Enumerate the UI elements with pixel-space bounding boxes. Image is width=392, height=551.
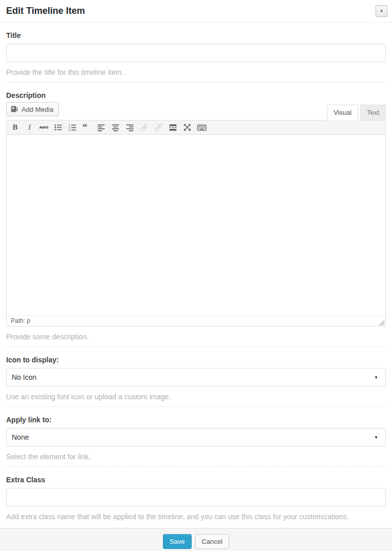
bullet-list-icon[interactable] [51,121,65,133]
description-label: Description [6,91,386,99]
description-help: Provide some description. [6,333,386,341]
more-tag-icon[interactable] [166,121,180,133]
icon-help: Use an existing font icon or upload a cu… [6,393,386,401]
add-media-button[interactable]: Add Media [6,102,59,116]
extra-class-help: Add extra class name that will be applie… [6,513,386,521]
save-button[interactable]: Save [163,534,192,549]
editor-toolbar: BIABC123“ [7,120,385,135]
title-input[interactable] [6,44,386,62]
editor: BIABC123“ Path: p [6,120,386,326]
title-label: Title [6,31,386,39]
extra-class-input[interactable] [6,488,386,506]
edit-timeline-item-modal: Edit Timeline Item × Title Provide the t… [0,0,392,551]
link-select[interactable]: None ▼ [6,428,386,446]
tab-visual[interactable]: Visual [327,105,358,120]
svg-text:“: “ [82,123,87,132]
editor-path: Path: p [11,317,30,324]
toolbar-toggle-icon[interactable] [195,121,209,133]
title-help: Provide the title for this timeline item… [6,68,386,76]
numbered-list-icon[interactable]: 123 [66,121,79,133]
close-icon[interactable]: × [376,5,387,17]
modal-body: Title Provide the title for this timelin… [0,23,392,528]
editor-media-bar: Add Media Visual Text [6,102,386,120]
link-icon[interactable] [137,121,151,133]
align-right-icon[interactable] [123,121,137,133]
add-media-icon [11,105,19,113]
link-select-value: None [12,433,29,441]
resize-handle-icon[interactable] [378,319,385,325]
link-help: Select the element for link. [6,453,386,461]
link-section: Apply link to: None ▼ Select the element… [6,407,386,467]
cancel-button[interactable]: Cancel [195,534,229,549]
modal-header: Edit Timeline Item × [0,0,392,23]
strikethrough-icon[interactable]: ABC [37,121,51,133]
extra-class-label: Extra Class [6,476,386,484]
icon-label: Icon to display: [6,356,386,364]
align-center-icon[interactable] [109,121,122,133]
description-section: Description Add Media Visual Text BIABC1… [6,83,386,347]
modal-footer: Save Cancel [0,528,392,551]
editor-statusbar: Path: p [7,315,385,326]
extra-class-section: Extra Class Add extra class name that wi… [6,467,386,528]
chevron-down-icon: ▼ [374,369,378,387]
align-left-icon[interactable] [94,121,108,133]
editor-content-area[interactable] [7,135,385,315]
add-media-label: Add Media [22,106,53,113]
bold-icon[interactable]: B [8,121,22,133]
svg-text:3: 3 [69,129,70,132]
unlink-icon[interactable] [152,121,166,133]
icon-select[interactable]: No Icon ▼ [6,368,386,386]
tab-text[interactable]: Text [360,105,386,120]
italic-icon[interactable]: I [23,121,36,133]
modal-title: Edit Timeline Item [6,6,85,16]
icon-select-value: No Icon [12,373,36,381]
link-label: Apply link to: [6,416,386,424]
fullscreen-icon[interactable] [180,121,194,133]
title-section: Title Provide the title for this timelin… [6,23,386,83]
blockquote-icon[interactable]: “ [80,121,94,133]
chevron-down-icon: ▼ [374,428,378,447]
icon-section: Icon to display: No Icon ▼ Use an existi… [6,347,386,407]
editor-tabs: Visual Text [325,105,386,120]
